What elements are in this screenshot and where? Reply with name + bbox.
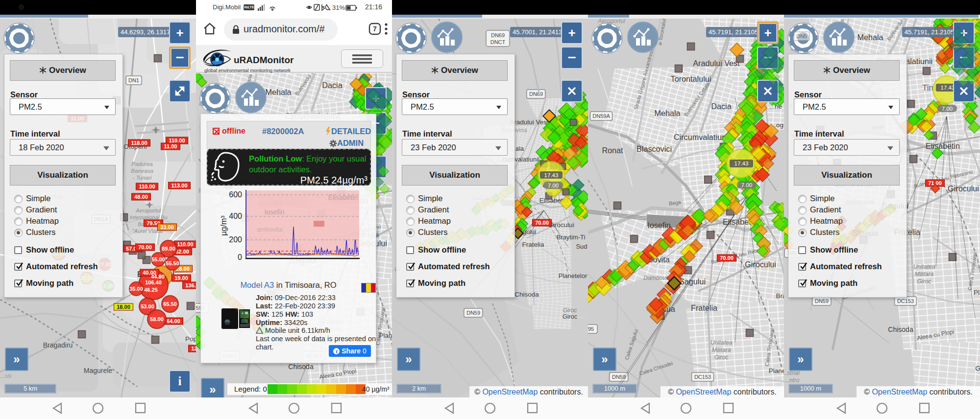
svg-text:Elisabetin: Elisabetin <box>926 141 960 150</box>
svg-text:Dacia: Dacia <box>322 81 342 90</box>
svg-text:200: 200 <box>229 235 242 244</box>
svg-text:110.00: 110.00 <box>177 241 193 247</box>
svg-text:Ronat: Ronat <box>602 146 623 155</box>
svg-text:Aradului Vest: Aradului Vest <box>693 59 740 68</box>
svg-text:Unitatea: Unitatea <box>913 263 935 270</box>
svg-text:Giroc: Giroc <box>563 307 577 314</box>
svg-text:31%: 31% <box>332 4 345 11</box>
svg-text:DC153: DC153 <box>897 298 914 304</box>
svg-text:Fratelia: Fratelia <box>522 241 544 248</box>
svg-text:Chisoda: Chisoda <box>514 291 539 298</box>
svg-text:55.50: 55.50 <box>166 260 179 266</box>
svg-text:400: 400 <box>229 212 242 220</box>
svg-text:Aradului Vest: Aradului Vest <box>510 118 549 126</box>
svg-text:Giroc: Giroc <box>563 313 577 320</box>
svg-text:110.00: 110.00 <box>139 184 155 189</box>
svg-text:600: 600 <box>229 190 242 199</box>
svg-text:Giroc: Giroc <box>714 354 729 361</box>
svg-text:19.00: 19.00 <box>174 275 188 281</box>
svg-text:7.00: 7.00 <box>942 106 953 112</box>
svg-text:Padurea: Padurea <box>131 161 152 167</box>
svg-text:DN59A: DN59A <box>592 113 610 119</box>
svg-text:595: 595 <box>588 326 594 332</box>
svg-text:53.00: 53.00 <box>141 303 154 309</box>
svg-text:70.00: 70.00 <box>138 244 152 250</box>
svg-text:DC153: DC153 <box>694 374 711 380</box>
svg-text:17.43: 17.43 <box>544 172 559 178</box>
svg-text:DN1: DN1 <box>128 77 139 83</box>
svg-text:89.00: 89.00 <box>162 246 175 252</box>
svg-text:Gi: Gi <box>975 365 980 372</box>
svg-text:Militara: Militara <box>915 271 934 278</box>
svg-text:62.00: 62.00 <box>175 249 189 255</box>
svg-text:Blascovici: Blascovici <box>637 144 672 153</box>
svg-text:11.00: 11.00 <box>164 143 177 149</box>
svg-text:f: f <box>336 349 338 354</box>
svg-text:Iosefin: Iosefin <box>264 208 284 216</box>
svg-text:Pop: Pop <box>185 335 196 343</box>
svg-text:118.00: 118.00 <box>131 140 147 146</box>
svg-text:136.0: 136.0 <box>185 282 196 288</box>
svg-text:48.00: 48.00 <box>134 194 148 200</box>
svg-text:70.00: 70.00 <box>535 220 549 226</box>
svg-text:Circumvalatiunii: Circumvalatiunii <box>674 133 730 141</box>
svg-text:17.43: 17.43 <box>735 161 749 166</box>
svg-text:0: 0 <box>238 253 242 261</box>
svg-text:µg/m³: µg/m³ <box>220 215 228 236</box>
svg-text:35.00: 35.00 <box>129 286 143 292</box>
svg-text:Plane: Plane <box>769 367 784 374</box>
svg-text:Baneasa: Baneasa <box>131 168 153 174</box>
svg-text:58.00: 58.00 <box>150 316 164 322</box>
svg-text:Chisoda: Chisoda <box>288 363 314 371</box>
svg-text:Giroc: Giroc <box>917 278 931 285</box>
svg-text:...ntro: ...ntro <box>784 377 800 384</box>
svg-text:ambovita: ambovita <box>257 226 283 233</box>
svg-text:110.00: 110.00 <box>169 138 185 143</box>
svg-text:Unitatea: Unitatea <box>710 339 733 346</box>
svg-text:DN59: DN59 <box>612 374 626 380</box>
svg-text:Plan: Plan <box>379 332 392 339</box>
svg-text:Braytim-Ti: Braytim-Ti <box>557 233 586 241</box>
svg-text:DN69: DN69 <box>491 32 505 38</box>
svg-text:7: 7 <box>373 25 377 33</box>
svg-text:Bragadiru: Bragadiru <box>43 341 73 349</box>
svg-text:Pl: Pl <box>974 289 980 296</box>
svg-text:18.00: 18.00 <box>117 304 130 310</box>
svg-text:Chisoda: Chisoda <box>888 326 913 333</box>
svg-text:Mehala: Mehala <box>857 33 883 42</box>
svg-text:Magurele: Magurele <box>84 367 113 374</box>
svg-text:Girocului: Girocului <box>948 184 979 193</box>
svg-text:Girocului: Girocului <box>745 260 776 269</box>
svg-text:...stii: ...stii <box>0 373 12 379</box>
svg-text:Iosefin: Iosefin <box>647 221 671 230</box>
svg-text:DN59: DN59 <box>815 298 829 304</box>
svg-text:106.40: 106.40 <box>145 279 162 285</box>
svg-text:Mehala: Mehala <box>654 109 680 117</box>
svg-text:Sagului: Sagului <box>679 277 706 286</box>
svg-text:- Tunari: - Tunari <box>133 175 152 181</box>
svg-text:7.00: 7.00 <box>741 182 752 188</box>
svg-text:Aeroportul: Aeroportul <box>136 208 161 213</box>
svg-text:7.00: 7.00 <box>548 183 559 188</box>
svg-text:70.00: 70.00 <box>720 255 734 261</box>
svg-text:International Bu: International Bu <box>129 214 167 220</box>
svg-text:64.00: 64.00 <box>167 318 180 324</box>
svg-text:12.: 12. <box>191 346 196 351</box>
svg-text:113.00: 113.00 <box>171 183 187 188</box>
svg-text:DN59: DN59 <box>466 310 480 316</box>
svg-text:DNCT: DNCT <box>490 39 506 45</box>
svg-text:Militara: Militara <box>712 347 731 353</box>
svg-text:65.50: 65.50 <box>163 301 177 307</box>
svg-text:33.00: 33.00 <box>160 224 174 230</box>
svg-text:44.80: 44.80 <box>151 274 165 279</box>
svg-text:Fratelia: Fratelia <box>691 303 717 312</box>
svg-text:Dacia: Dacia <box>711 102 731 111</box>
svg-text:Planetelor: Planetelor <box>559 272 588 279</box>
svg-text:55.00: 55.00 <box>151 256 165 262</box>
svg-text:DN69: DN69 <box>529 91 543 97</box>
svg-text:Sud: Sud <box>576 243 587 250</box>
svg-text:46.25: 46.25 <box>144 287 158 293</box>
svg-text:Bra: Bra <box>776 292 784 300</box>
